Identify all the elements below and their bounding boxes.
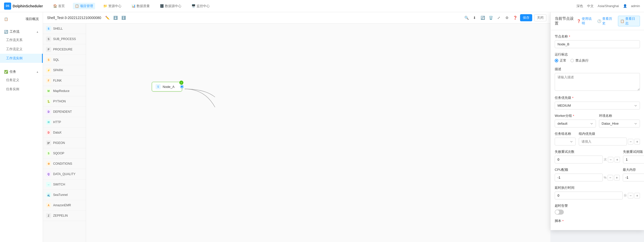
usage-link[interactable]: ❓ 使用说明 xyxy=(577,16,594,26)
task-item-dependent[interactable]: D DEPENDENT xyxy=(43,107,86,117)
sidebar-group-task[interactable]: ✅ 任务 ▲ xyxy=(0,67,43,76)
radio-normal-circle xyxy=(555,59,558,62)
nav-project[interactable]: 📋 项目管理 xyxy=(73,3,95,9)
memory-input[interactable] xyxy=(623,174,644,181)
sidebar-item-task-definition[interactable]: 任务定义 xyxy=(0,76,43,85)
log-link[interactable]: 📋 查看日志 xyxy=(618,16,640,26)
task-label-mapreduce: MapReduce xyxy=(53,89,70,93)
sidebar-group-workflow[interactable]: 🔄 工作流 ▲ xyxy=(0,27,43,35)
save-workflow-button[interactable]: 保存 xyxy=(520,14,532,21)
retry-interval-input-row: 分 − + xyxy=(623,156,644,163)
language-switcher[interactable]: 中文 xyxy=(587,4,594,8)
task-item-mapreduce[interactable]: M MapReduce xyxy=(43,86,86,96)
history-link[interactable]: 🕐 查看历史 xyxy=(597,16,615,26)
theme-switcher[interactable]: 深色 xyxy=(576,4,583,8)
task-item-procedure[interactable]: P PROCEDURE xyxy=(43,44,86,55)
task-label-spark: SPARK xyxy=(53,68,63,72)
priority-select[interactable]: MEDIUM LOW HIGH HIGHEST xyxy=(555,102,640,109)
task-item-switch[interactable]: ↔ SWITCH xyxy=(43,179,86,190)
task-label-seatunnel: SeaTunnel xyxy=(53,193,68,197)
sidebar-item-workflow-definition[interactable]: 工作流定义 xyxy=(0,45,43,54)
cpu-minus[interactable]: − xyxy=(608,175,613,180)
delay-input[interactable] xyxy=(555,192,623,199)
task-group-select[interactable] xyxy=(555,138,576,145)
node-name-input[interactable] xyxy=(555,40,640,48)
task-icon: ✅ xyxy=(4,70,8,74)
node-a[interactable]: S Node_A ✓ xyxy=(152,82,182,91)
download-all-button[interactable]: ⬇ xyxy=(471,15,478,21)
task-group-priority-input[interactable] xyxy=(579,138,627,145)
info-button[interactable]: ℹ️ xyxy=(120,15,126,21)
task-item-zeppelin[interactable]: Z ZEPPELIN xyxy=(43,211,86,221)
task-item-flink[interactable]: F FLINK xyxy=(43,76,86,86)
timeout-alert-toggle[interactable] xyxy=(555,210,564,215)
download-button[interactable]: ⬇️ xyxy=(112,15,118,21)
retry-times-minus[interactable]: − xyxy=(608,157,613,162)
form-item-timeout-alert: 超时告警 xyxy=(555,203,640,215)
task-item-spark[interactable]: ⚡ SPARK xyxy=(43,65,86,76)
task-group-priority-minus[interactable]: − xyxy=(628,139,633,144)
task-item-sub-process[interactable]: S SUB_PROCESS xyxy=(43,34,86,44)
sidebar-group-project[interactable]: 📋 项目概况 xyxy=(0,14,43,23)
delete-button[interactable]: 🗑️ xyxy=(488,15,494,21)
timezone-display[interactable]: Asia/Shanghai xyxy=(598,4,619,8)
spark-icon: ⚡ xyxy=(46,68,51,73)
task-item-amazonemr[interactable]: A AmazonEMR xyxy=(43,200,86,211)
task-item-shell[interactable]: S SHELL xyxy=(43,24,86,34)
delay-minus[interactable]: − xyxy=(628,193,633,198)
task-item-http[interactable]: H HTTP xyxy=(43,117,86,127)
task-item-seatunnel[interactable]: 🌊 SeaTunnel xyxy=(43,190,86,200)
task-label-datax: DataX xyxy=(53,131,61,134)
search-button[interactable]: 🔍 xyxy=(463,15,469,21)
task-label-procedure: PROCEDURE xyxy=(53,48,73,51)
sidebar-item-workflow-instance[interactable]: 工作流实例 xyxy=(0,54,43,63)
expand-button[interactable]: ⤢ xyxy=(496,15,502,21)
task-label-dependent: DEPENDENT xyxy=(53,110,72,114)
task-group-label: 任务组名称 xyxy=(555,132,576,136)
refresh-button[interactable]: 🔄 xyxy=(480,15,486,21)
node-a-label: Node_A xyxy=(163,85,175,89)
worker-group-select[interactable]: default xyxy=(555,120,596,127)
delay-plus[interactable]: + xyxy=(634,193,640,198)
task-panel: S SHELL S SUB_PROCESS P PROCEDURE S SQL … xyxy=(43,24,86,242)
task-item-datax[interactable]: D DataX xyxy=(43,127,86,138)
task-group-row: 任务组名称 组内优先级 − + xyxy=(555,132,640,150)
retry-interval-input[interactable] xyxy=(623,156,644,163)
task-item-python[interactable]: 🐍 PYTHON xyxy=(43,96,86,107)
retry-times-input[interactable] xyxy=(555,156,603,163)
sidebar-section-workflow: 🔄 工作流 ▲ 工作流关系 工作流定义 工作流实例 xyxy=(0,25,43,65)
task-item-data-quality[interactable]: Q DATA_QUALITY xyxy=(43,169,86,179)
sidebar-item-workflow-relation[interactable]: 工作流关系 xyxy=(0,35,43,45)
history-icon: 🕐 xyxy=(597,19,601,23)
edit-title-button[interactable]: ✏️ xyxy=(104,15,110,21)
help-button[interactable]: ❓ xyxy=(512,15,518,21)
close-workflow-button[interactable]: 关闭 xyxy=(534,14,546,21)
nav-home[interactable]: 🏠 首页 xyxy=(51,3,67,9)
cpu-input[interactable] xyxy=(555,174,603,181)
sidebar-item-task-instance[interactable]: 任务实例 xyxy=(0,85,43,94)
memory-label: 最大内存 xyxy=(623,167,644,172)
nav-datasource[interactable]: 🗄️ 数据源中心 xyxy=(158,3,183,9)
cpu-plus[interactable]: + xyxy=(614,175,620,180)
nav-resource[interactable]: 📁 资源中心 xyxy=(101,3,123,9)
sidebar: 📋 项目概况 🔄 工作流 ▲ 工作流关系 工作流定义 工作流实例 xyxy=(0,12,43,242)
task-item-conditions[interactable]: ⚙ CONDITIONS xyxy=(43,159,86,169)
filter-button[interactable]: ⚙ xyxy=(504,15,510,21)
task-label-sqoop: SQOOP xyxy=(53,152,64,155)
cpu-label: CPU配额 xyxy=(555,167,620,172)
task-item-sql[interactable]: S SQL xyxy=(43,55,86,65)
description-input[interactable] xyxy=(555,73,640,91)
task-label-zeppelin: ZEPPELIN xyxy=(53,214,68,217)
usage-icon: ❓ xyxy=(577,19,581,23)
task-item-sqoop[interactable]: S SQOOP xyxy=(43,148,86,159)
nav-monitor[interactable]: 🖥️ 监控中心 xyxy=(189,3,212,9)
radio-normal[interactable]: 正常 xyxy=(555,58,566,63)
task-group-priority-plus[interactable]: + xyxy=(634,139,640,144)
task-item-pigeon[interactable]: 🕊 PIGEON xyxy=(43,138,86,148)
env-name-select[interactable]: Datax_Hive xyxy=(599,120,640,127)
radio-forbidden[interactable]: 禁止执行 xyxy=(570,58,589,63)
retry-times-plus[interactable]: + xyxy=(614,157,620,162)
user-label[interactable]: admin xyxy=(631,4,640,8)
log-icon: 📋 xyxy=(620,19,624,23)
nav-data-quality[interactable]: 📊 数据质量 xyxy=(130,3,152,9)
